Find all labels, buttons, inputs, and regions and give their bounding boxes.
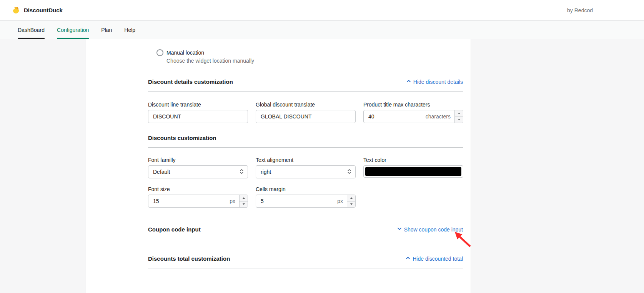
font-family-select[interactable]: Default xyxy=(148,165,248,178)
stepper-up-icon[interactable] xyxy=(455,110,463,117)
input-suffix: px xyxy=(230,198,239,204)
field-cells-margin: Cells margin px xyxy=(256,186,356,208)
field-label: Discount line translate xyxy=(148,102,248,108)
duck-logo-icon xyxy=(12,6,21,15)
field-font-family: Font familly Default xyxy=(148,157,248,178)
input-suffix: characters xyxy=(426,113,454,120)
input-suffix: px xyxy=(337,198,347,204)
section-title: Discounts total customization xyxy=(148,255,230,262)
tab-configuration[interactable]: Configuration xyxy=(57,21,89,39)
byline: by Redcod xyxy=(567,7,593,13)
select-caret-icon xyxy=(240,169,244,175)
section-title: Discounts customization xyxy=(148,135,216,141)
global-discount-input[interactable] xyxy=(256,110,355,123)
section-divider xyxy=(148,147,463,148)
section-divider xyxy=(148,239,463,239)
manual-location-radio[interactable] xyxy=(156,49,163,56)
field-label: Text alignement xyxy=(256,157,356,163)
discounts-customization-fields-row1: Font familly Default Text alignement rig… xyxy=(148,157,463,178)
discount-line-input[interactable] xyxy=(148,110,248,123)
hide-discounted-total-link[interactable]: Hide discounted total xyxy=(405,255,463,262)
section-discounts-total-header: Discounts total customization Hide disco… xyxy=(148,255,463,262)
app-header: DiscountDuck by Redcod xyxy=(0,0,644,21)
font-size-input[interactable] xyxy=(148,195,230,207)
tab-dashboard[interactable]: DashBoard xyxy=(18,21,45,39)
tab-plan[interactable]: Plan xyxy=(101,21,112,39)
number-stepper xyxy=(347,195,355,207)
section-discounts-customization-header: Discounts customization xyxy=(148,135,463,141)
section-coupon-code-header: Coupon code input Show coupon code input xyxy=(148,226,463,233)
cells-margin-input[interactable] xyxy=(256,195,337,207)
product-title-max-input[interactable] xyxy=(364,110,426,123)
show-coupon-code-input-link[interactable]: Show coupon code input xyxy=(397,226,463,233)
main-nav: DashBoard Configuration Plan Help xyxy=(0,21,644,39)
text-alignment-select[interactable]: right xyxy=(256,165,356,178)
field-text-color: Text color xyxy=(363,157,463,178)
field-discount-line: Discount line translate xyxy=(148,102,248,123)
hide-discount-details-link[interactable]: Hide discount details xyxy=(406,78,463,85)
configuration-panel: Manual location Choose the widget locati… xyxy=(86,39,471,293)
field-label: Global discount translate xyxy=(256,102,356,108)
field-global-discount: Global discount translate xyxy=(256,102,356,123)
stepper-up-icon[interactable] xyxy=(347,195,355,201)
number-stepper xyxy=(454,110,463,123)
stepper-up-icon[interactable] xyxy=(240,195,248,201)
field-label: Product title max characters xyxy=(363,102,463,108)
chevron-up-icon xyxy=(405,255,411,262)
stepper-down-icon[interactable] xyxy=(455,117,463,123)
stepper-down-icon[interactable] xyxy=(240,201,248,208)
discount-details-fields: Discount line translate Global discount … xyxy=(148,102,463,123)
section-title: Discount details customization xyxy=(148,78,233,85)
field-text-alignment: Text alignement right xyxy=(256,157,356,178)
chevron-up-icon xyxy=(406,78,411,85)
field-label: Font familly xyxy=(148,157,248,163)
number-stepper xyxy=(239,195,248,207)
field-label: Font size xyxy=(148,186,248,192)
field-label: Cells margin xyxy=(256,186,356,192)
field-font-size: Font size px xyxy=(148,186,248,208)
section-title: Coupon code input xyxy=(148,226,201,233)
section-discount-details-header: Discount details customization Hide disc… xyxy=(148,78,463,85)
discounts-customization-fields-row2: Font size px Cells margin px xyxy=(148,186,463,208)
app-title: DiscountDuck xyxy=(24,7,63,13)
field-product-title-max: Product title max characters characters xyxy=(363,102,463,123)
section-divider xyxy=(148,91,463,92)
select-caret-icon xyxy=(347,169,351,175)
manual-location-label: Manual location xyxy=(166,50,204,56)
manual-location-option: Manual location Choose the widget locati… xyxy=(148,49,463,64)
text-color-picker[interactable] xyxy=(363,165,463,178)
section-divider xyxy=(148,268,463,268)
field-label: Text color xyxy=(363,157,463,163)
tab-help[interactable]: Help xyxy=(124,21,135,39)
manual-location-description: Choose the widget location manually xyxy=(166,58,463,64)
text-color-swatch xyxy=(365,167,461,176)
stepper-down-icon[interactable] xyxy=(347,201,355,208)
chevron-down-icon xyxy=(397,226,402,233)
